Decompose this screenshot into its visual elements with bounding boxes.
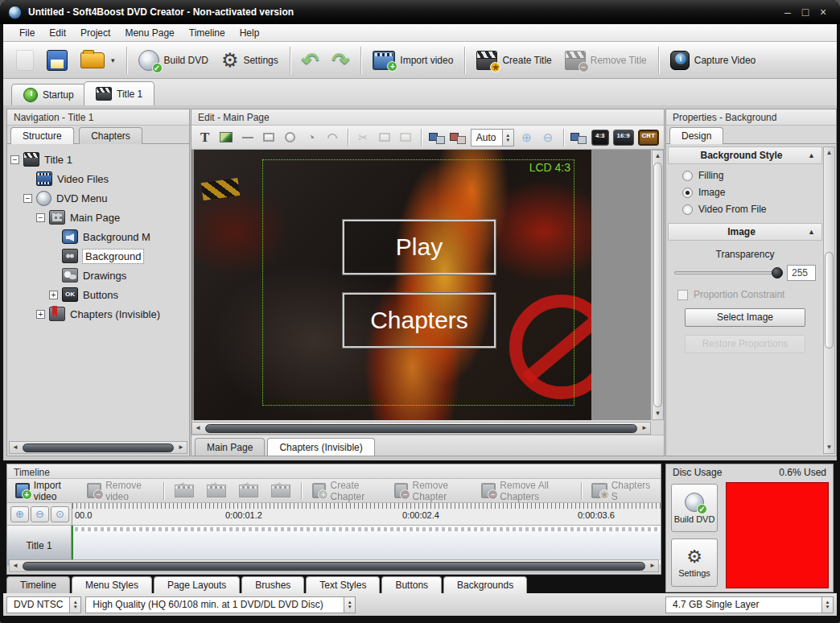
collapse-icon[interactable]: ▲ — [808, 228, 815, 236]
align-button[interactable] — [449, 129, 466, 146]
disc-settings-button[interactable]: ⚙ Settings — [671, 538, 718, 587]
dvd-menu-play-button[interactable]: Play — [343, 220, 496, 274]
capture-video-button[interactable]: Capture Video — [664, 47, 763, 73]
radio-checked-icon[interactable] — [682, 188, 693, 198]
zoom-out-button[interactable]: ⊖ — [539, 129, 556, 146]
radio-video-from-file[interactable]: Video From File — [668, 198, 822, 223]
scroll-down-icon[interactable]: ▼ — [653, 408, 664, 419]
scroll-thumb[interactable] — [653, 163, 662, 407]
menu-preview-image[interactable]: LCD 4:3 Play Chapters — [194, 150, 591, 420]
scroll-right-icon[interactable]: ► — [639, 423, 650, 434]
tab-timeline[interactable]: Timeline — [6, 576, 70, 593]
tab-design[interactable]: Design — [669, 127, 723, 144]
menu-project[interactable]: Project — [74, 26, 117, 40]
navigation-hscrollbar[interactable]: ◄ ► — [9, 441, 187, 454]
tree-item-drawings[interactable]: Drawings — [10, 266, 189, 285]
bring-forward-button[interactable] — [428, 129, 445, 146]
zoom-level-select[interactable]: Auto ▲▼ — [471, 129, 514, 146]
scroll-thumb[interactable] — [205, 424, 637, 433]
tab-structure[interactable]: Structure — [10, 127, 74, 144]
build-dvd-button[interactable]: ✓ Build DVD — [132, 47, 215, 74]
select-image-button[interactable]: Select Image — [685, 308, 805, 327]
disc-build-dvd-button[interactable]: ✓ Build DVD — [671, 484, 718, 532]
tab-startup[interactable]: Startup — [11, 84, 86, 105]
open-dropdown-arrow-icon[interactable]: ▾ — [111, 56, 115, 64]
menu-edit[interactable]: Edit — [43, 26, 72, 40]
tree-item-title1[interactable]: − Title 1 — [10, 150, 189, 169]
proportion-constraint-checkbox-row[interactable]: Proportion Constraint — [668, 281, 822, 300]
open-project-button[interactable]: ▾ — [74, 49, 121, 72]
background-style-group-header[interactable]: Background Style ▲ — [668, 146, 822, 164]
menu-file[interactable]: File — [13, 26, 41, 40]
aspect-4-3-button[interactable]: 4:3 — [591, 130, 609, 146]
timeline-zoom-fit-button[interactable]: ⊙ — [51, 506, 69, 522]
spinner-arrows-icon[interactable]: ▲▼ — [69, 597, 80, 613]
tab-chapters-invisible[interactable]: Chapters (Invisible) — [267, 438, 374, 456]
tree-item-buttons[interactable]: + OK Buttons — [10, 285, 189, 304]
timeline-ruler[interactable]: 00.0 0:00:01.2 0:00:02.4 0:00:03.6 — [72, 503, 661, 525]
rotate-clip-right-button[interactable] — [234, 483, 263, 499]
dvd-menu-chapters-button[interactable]: Chapters — [343, 293, 496, 348]
timeline-import-video-button[interactable]: + Import video — [10, 478, 79, 504]
scroll-left-icon[interactable]: ◄ — [10, 442, 21, 453]
editor-vscrollbar[interactable]: ▲ ▼ — [652, 150, 664, 420]
spinner-arrows-icon[interactable]: ▲▼ — [502, 130, 513, 146]
close-button[interactable]: × — [814, 6, 832, 19]
expander-icon[interactable]: − — [23, 194, 32, 203]
scroll-thumb[interactable] — [23, 444, 174, 452]
tab-page-layouts[interactable]: Page Layouts — [154, 576, 240, 593]
tab-chapters[interactable]: Chapters — [79, 127, 142, 144]
tab-buttons[interactable]: Buttons — [381, 576, 442, 593]
rectangle-tool-button[interactable] — [260, 129, 277, 146]
tree-item-video-files[interactable]: Video Files — [10, 169, 189, 188]
create-chapter-button[interactable]: + Create Chapter — [307, 478, 386, 504]
ellipse-tool-button[interactable] — [282, 129, 299, 146]
scroll-up-icon[interactable]: ▲ — [653, 151, 664, 162]
new-project-button[interactable] — [10, 47, 40, 74]
transparency-value-field[interactable]: 255 — [787, 265, 816, 281]
scroll-thumb[interactable] — [825, 252, 834, 349]
timeline-zoom-in-button[interactable]: ⊕ — [10, 506, 29, 522]
tab-brushes[interactable]: Brushes — [241, 576, 304, 593]
paste-button[interactable] — [397, 129, 414, 146]
aspect-16-9-button[interactable]: 16:9 — [613, 130, 634, 146]
scroll-thumb[interactable] — [23, 562, 645, 571]
scroll-down-icon[interactable]: ▼ — [824, 442, 835, 453]
expander-icon[interactable]: − — [36, 213, 45, 222]
maximize-button[interactable]: □ — [797, 6, 814, 19]
spinner-arrows-icon[interactable]: ▲▼ — [344, 597, 355, 613]
scroll-left-icon[interactable]: ◄ — [192, 423, 204, 434]
create-title-button[interactable]: ★ Create Title — [470, 47, 558, 73]
toggle-panes-button[interactable] — [570, 129, 587, 146]
tab-menu-styles[interactable]: Menu Styles — [72, 576, 152, 593]
minimize-button[interactable]: – — [779, 6, 797, 19]
remove-title-button[interactable]: − Remove Title — [558, 47, 653, 73]
rotate-clip-left-button[interactable] — [202, 483, 231, 499]
timeline-zoom-out-button[interactable]: ⊖ — [31, 506, 49, 522]
slider-thumb[interactable] — [772, 267, 783, 278]
collapse-icon[interactable]: ▲ — [808, 151, 815, 159]
save-project-button[interactable] — [40, 47, 74, 74]
scroll-left-icon[interactable]: ◄ — [10, 560, 21, 571]
undo-button[interactable]: ↶ — [295, 47, 326, 74]
remove-all-chapters-button[interactable]: − Remove All Chapters — [476, 478, 574, 504]
arc-tool-button[interactable]: ◠ — [323, 129, 340, 146]
text-tool-button[interactable]: T — [196, 129, 213, 146]
menu-menu-page[interactable]: Menu Page — [118, 26, 180, 40]
radio-icon[interactable] — [682, 204, 693, 215]
scroll-right-icon[interactable]: ► — [175, 442, 187, 453]
settings-button[interactable]: ⚙ Settings — [215, 47, 285, 73]
disc-size-select[interactable]: 4.7 GB Single Layer ▲▼ — [665, 596, 834, 613]
tree-item-main-page[interactable]: − Main Page — [10, 208, 189, 227]
editor-hscrollbar[interactable]: ◄ ► — [191, 422, 651, 435]
timeline-remove-video-button[interactable]: − Remove video — [82, 478, 158, 504]
radio-image[interactable]: Image — [668, 181, 822, 198]
import-video-button[interactable]: + Import video — [366, 47, 459, 73]
tree-item-background-music[interactable]: Background M — [10, 227, 189, 246]
quality-select[interactable]: High Quality (HQ 60/108 min. at 1 DVD/DL… — [85, 596, 356, 613]
spinner-arrows-icon[interactable]: ▲▼ — [821, 597, 833, 613]
scroll-right-icon[interactable]: ► — [647, 560, 658, 571]
image-group-header[interactable]: Image ▲ — [668, 223, 822, 241]
expander-icon[interactable]: + — [36, 310, 45, 319]
transparency-slider[interactable] — [674, 271, 782, 274]
